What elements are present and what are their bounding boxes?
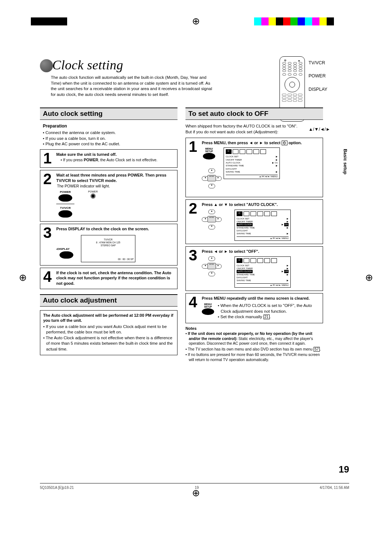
right-step1-title: Press MENU, then press ◄ or ► to select … (202, 140, 320, 145)
prep-item: Plug the AC power cord to the AC outlet. (43, 141, 177, 147)
off-intro: When shipped from factory the AUTO CLOCK… (185, 123, 323, 135)
menu-btn-label: MENU/ SETUP (202, 303, 214, 308)
right-step4-note: Set the clock manually 21. (218, 314, 320, 320)
step-number: 4 (189, 296, 200, 320)
color-bar (254, 17, 334, 25)
footer-right: 4/17/04, 11:56 AM (320, 486, 349, 490)
step2-note: The POWER indicator will light. (57, 184, 174, 188)
preparation-heading: Preparation (43, 123, 177, 129)
menu-screen-step1: ⏲ CLOCK SET▶ ON/OFF TIMER▶ AUTO CLOCK▶ O… (224, 147, 280, 179)
page-intro-text: The auto clock function will automatical… (51, 75, 214, 97)
menu-button-icon (202, 308, 214, 315)
preparation-list: Connect the antenna or cable system. If … (43, 130, 177, 147)
right-step-3-box: 3 Press ◄ or ► to select "OFF". ▲▼◄► ENT… (185, 246, 323, 291)
right-step-1-box: 1 Press MENU, then press ◄ or ► to selec… (185, 138, 323, 197)
display-button-icon (60, 251, 73, 259)
tvvcr-btn-label: TV/VCR (56, 206, 74, 210)
right-step-4-box: 4 Press MENU repeatedly until the menu s… (185, 293, 323, 323)
right-step2-title: Press ▲ or ▼ to select "AUTO CLOCK". (202, 202, 320, 207)
step1-note: • If you press POWER, the Auto Clock set… (61, 158, 174, 162)
right-step3-title: Press ◄ or ► to select "OFF". (202, 249, 320, 254)
notes-list: If the unit does not operate properly, o… (185, 331, 323, 362)
page-number: 19 (339, 464, 349, 475)
step4-title: If the clock is not set, check the anten… (56, 270, 174, 286)
tvvcr-button-icon (58, 210, 72, 218)
step-number: 2 (43, 173, 54, 218)
title-sphere-icon (40, 59, 53, 72)
step-2-box: 2 Wait at least three minutes and press … (40, 170, 177, 222)
step-1-box: 1 Make sure the unit is turned off. • If… (40, 149, 177, 168)
step-number: 2 (189, 202, 200, 241)
right-step4-title: Press MENU repeatedly until the menu scr… (202, 296, 320, 301)
page-title: Clock setting (52, 57, 123, 73)
notes-heading: Notes (185, 326, 323, 331)
menu-screen-step2: ⏲ CLOCK SET▶ ON/OFF TIMER▶ AUTO CLOCK▶ O… (234, 210, 291, 241)
d-pad-icon: ▲▼◄► ENTER (202, 256, 222, 276)
prep-item: Connect the antenna or cable system. (43, 130, 177, 136)
note-item: If the unit does not operate properly, o… (185, 331, 323, 346)
step-3-box: 3 Press DISPLAY to check the clock on th… (40, 224, 177, 266)
step-number: 1 (189, 140, 200, 194)
power-btn-label: POWER (56, 190, 74, 194)
left-crosshair-icon: ⊕ (19, 272, 27, 283)
adjustment-intro: The Auto clock adjustment will be perfor… (43, 313, 174, 323)
step2-title: Wait at least three minutes and press PO… (56, 173, 174, 183)
page-ref-icon: 57 (314, 347, 320, 352)
menu-button-icon (203, 153, 215, 159)
menu-screen-step3: ⏲ CLOCK SET▶ ON/OFF TIMER▶ AUTO CLOCK▶ O… (234, 256, 291, 288)
section-set-auto-clock-off: To set auto clock to OFF (185, 108, 323, 120)
menu-btn-label: MENU/ SETUP (202, 147, 216, 153)
step-number: 4 (43, 270, 54, 286)
step-number: 3 (43, 226, 54, 262)
top-crosshair-icon: ⊕ (192, 16, 200, 27)
right-step-2-box: 2 Press ▲ or ▼ to select "AUTO CLOCK". ▲… (185, 199, 323, 244)
note-item: The TV section has its own menu and also… (185, 347, 323, 352)
side-tab-basic-setup: Basic setup (343, 149, 348, 174)
d-pad-icon: ▲▼◄► ENTER (202, 169, 222, 189)
option-icon: ⏲ (282, 141, 287, 145)
power-button-icon (58, 194, 72, 202)
right-step4-note: When the AUTO CLOCK is set to "OFF", the… (218, 303, 320, 314)
section-auto-clock-setting: Auto clock setting (40, 108, 177, 120)
step-number: 1 (43, 152, 54, 165)
display-screen-preview: TV/VCR 8 : 47AM MON CH 125 STEREO SAP 00… (81, 235, 135, 262)
note-item: If no buttons are pressed for more than … (185, 352, 323, 362)
step1-title: Make sure the unit is turned off. (56, 152, 174, 157)
page-ref-icon: 21 (264, 315, 270, 319)
step3-title: Press DISPLAY to check the clock on the … (56, 226, 174, 231)
adjustment-note: The Auto Clock adjustment is not effecti… (43, 335, 174, 352)
section-auto-clock-adjustment: Auto clock adjustment (40, 294, 177, 307)
step-number: 3 (189, 249, 200, 288)
right-crosshair-icon: ⊕ (365, 272, 373, 283)
top-registration-marks: ⊕ (0, 17, 392, 28)
adjustment-note: If you use a cable box and you want Auto… (43, 324, 174, 335)
display-btn-label: •DISPLAY (56, 247, 77, 251)
footer-left: 5Q10501A [E]p18-21 (40, 486, 74, 490)
d-pad-icon: ▲▼◄► ENTER (202, 210, 222, 230)
power-indicator-icon: ✺ (84, 193, 102, 199)
bottom-crosshair-icon: ⊕ (192, 487, 200, 499)
step-4-box: 4 If the clock is not set, check the ant… (40, 268, 177, 289)
prep-item: If you use a cable box, turn it on. (43, 136, 177, 142)
adjustment-box: The Auto clock adjustment will be perfor… (40, 310, 177, 355)
black-squares (31, 17, 67, 25)
